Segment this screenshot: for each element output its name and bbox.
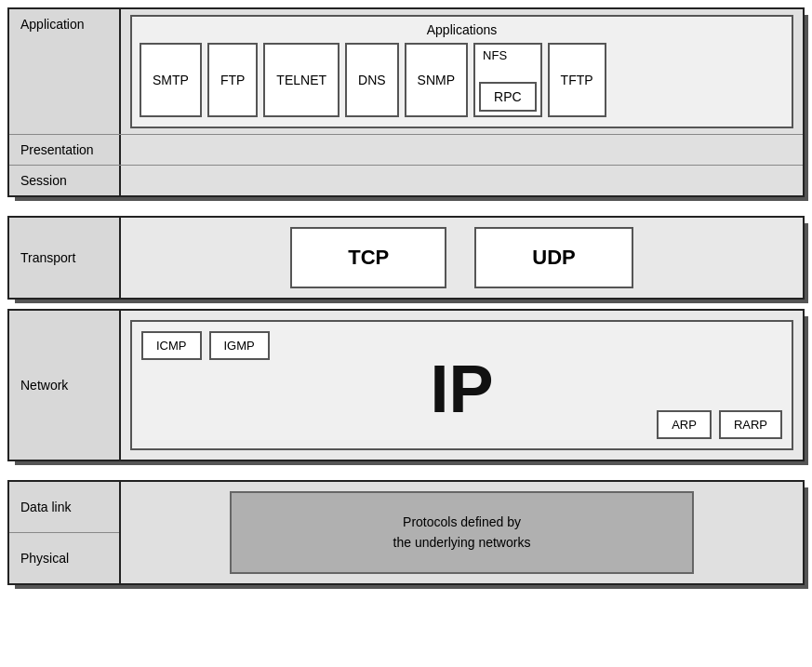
dns-box: DNS <box>345 43 399 117</box>
transport-content: TCP UDP <box>121 218 803 298</box>
tcp-box: TCP <box>290 227 446 288</box>
network-layer-row: Network ICMP IGMP IP ARP RARP <box>7 309 805 461</box>
smtp-box: SMTP <box>140 43 202 117</box>
ip-label: IP <box>430 351 493 427</box>
application-label: Application <box>9 9 121 134</box>
datalink-physical-container: Data link Physical Protocols defined by … <box>7 480 805 585</box>
protocols-defined-text-2: the underlying networks <box>393 535 531 550</box>
session-row: Session <box>9 165 803 195</box>
tftp-box: TFTP <box>548 43 606 117</box>
rpc-box: RPC <box>479 82 537 112</box>
igmp-box: IGMP <box>209 331 270 360</box>
network-inner-box: ICMP IGMP IP ARP RARP <box>130 320 793 450</box>
nfs-label: NFS <box>479 48 537 62</box>
telnet-box: TELNET <box>263 43 339 117</box>
top-block: Application Applications SMTP FTP TELNET… <box>7 7 805 197</box>
protocols-defined-text-1: Protocols defined by <box>403 514 521 529</box>
osi-diagram: Application Applications SMTP FTP TELNET… <box>7 7 805 585</box>
network-label: Network <box>9 311 121 460</box>
datalink-label: Data link <box>9 482 119 533</box>
dl-ph-labels: Data link Physical <box>9 482 121 583</box>
applications-title: Applications <box>140 22 784 37</box>
dl-ph-content: Protocols defined by the underlying netw… <box>121 482 803 583</box>
arp-box: ARP <box>657 410 712 439</box>
network-content: ICMP IGMP IP ARP RARP <box>121 311 803 460</box>
rarp-box: RARP <box>719 410 782 439</box>
application-content: Applications SMTP FTP TELNET DNS SNMP NF… <box>121 9 803 134</box>
app-protocols-row: SMTP FTP TELNET DNS SNMP NFS RPC TFTP <box>140 43 784 117</box>
presentation-content <box>121 135 803 165</box>
session-label: Session <box>9 166 121 195</box>
icmp-box: ICMP <box>141 331 202 360</box>
transport-label: Transport <box>9 218 121 298</box>
ftp-box: FTP <box>207 43 258 117</box>
physical-label: Physical <box>9 533 119 583</box>
snmp-box: SNMP <box>405 43 468 117</box>
network-bottom-row: ARP RARP <box>657 410 782 439</box>
presentation-row: Presentation <box>9 134 803 165</box>
transport-layer-row: Transport TCP UDP <box>7 216 805 300</box>
udp-box: UDP <box>474 227 632 288</box>
applications-outer-box: Applications SMTP FTP TELNET DNS SNMP NF… <box>130 15 793 128</box>
application-row: Application Applications SMTP FTP TELNET… <box>9 9 803 134</box>
presentation-label: Presentation <box>9 135 121 165</box>
nfs-group: NFS RPC <box>473 43 542 117</box>
protocols-defined-box: Protocols defined by the underlying netw… <box>230 491 694 574</box>
session-content <box>121 166 803 195</box>
